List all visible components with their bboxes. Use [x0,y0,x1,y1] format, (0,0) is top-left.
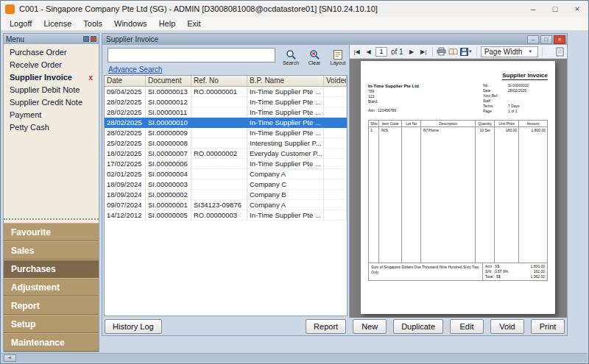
doc-column-header: Quantity [475,121,495,127]
column-header[interactable]: B.P. Name [247,76,324,87]
table-row[interactable]: 09/07/2024 SI.00000001 SI34123-09876 Com… [105,200,347,210]
table-row[interactable]: 28/02/2025 SI.00000009 In-Time Supplier … [105,128,347,138]
column-header[interactable]: Voided [324,76,347,87]
menubar-item[interactable]: Help [153,19,182,28]
sidebar-item[interactable]: Payment x [4,109,99,121]
close-tab-marker[interactable]: x [88,71,93,84]
cell-voided [324,149,347,159]
collapse-button[interactable]: « [4,354,16,362]
accordion-section[interactable]: Purchases [4,260,99,278]
action-button[interactable]: Print [531,319,565,334]
doc-cell: 1,800.00 [519,127,548,263]
action-button[interactable]: Edit [450,319,484,334]
sidebar-item[interactable]: Supplier Credit Note x [4,96,99,109]
sidebar-item[interactable]: Petty Cash x [4,121,99,134]
panel-minimize-icon[interactable]: – [527,35,539,44]
cell-date: 28/02/2025 [105,97,146,107]
column-header[interactable]: Date [105,76,146,87]
pin-icon[interactable] [83,36,89,42]
accordion-section[interactable]: Adjustment [4,278,99,296]
page-number-input[interactable] [375,47,387,57]
advance-search-link[interactable]: Advance Search [108,65,162,74]
cell-date: 25/02/2025 [105,138,146,149]
toolbar-separator [432,47,433,57]
table-row[interactable]: 17/02/2025 SI.00000006 In-Time Supplier … [105,159,347,169]
sidebar-item[interactable]: Supplier Invoice x [4,71,99,84]
table-row[interactable]: 28/02/2025 SI.00000011 In-Time Supplier … [105,107,347,118]
preview-page: Supplier Invoice In-Time Supplier Pte Lt… [361,61,555,314]
next-page-icon[interactable]: ▶ [407,46,417,57]
menubar-item[interactable]: Logoff [4,19,38,28]
maximize-icon[interactable]: □ [544,1,566,17]
table-row[interactable]: 09/04/2025 SI.00000013 RO.00000001 In-Ti… [105,87,347,97]
panel-close-icon[interactable] [91,36,96,42]
first-page-icon[interactable]: |◀ [352,46,361,57]
zoom-mode-value: Page Width [484,48,523,56]
table-row[interactable]: 25/02/2025 SI.00000008 Interesting Suppl… [105,138,347,149]
accordion-section[interactable]: Report [4,296,99,315]
search-button[interactable]: Search [280,46,302,68]
menubar-item[interactable]: Tools [77,19,108,28]
preview-pane: |◀ ◀ of 1 ▶ ▶| [350,45,567,318]
column-header[interactable]: Ref. No [191,76,247,87]
history-log-button[interactable]: History Log [105,319,162,334]
accordion-section[interactable]: Favourite [4,223,99,241]
doc-cell: 10 Set [475,127,495,263]
cell-date: 18/09/2024 [105,179,146,190]
minimize-icon[interactable]: – [522,1,544,17]
clear-button[interactable]: Clear [303,46,325,68]
table-row[interactable]: 28/02/2025 SI.00000012 In-Time Supplier … [105,97,347,107]
action-buttons: ReportNewDuplicateEditVoidPrint [306,319,565,334]
cell-voided [324,138,347,149]
prev-page-icon[interactable]: ◀ [364,46,373,57]
cell-bp-name: In-Time Supplier Pte ... [247,159,324,169]
zoom-mode-select[interactable]: Page Width ▼ [481,46,538,57]
action-button[interactable]: Report [306,319,346,334]
accordion-section[interactable]: Maintenance [4,333,99,351]
sidebar-item[interactable]: Purchase Order x [4,46,99,59]
menubar-item[interactable]: Windows [108,19,153,28]
sidebar-item-label: Supplier Credit Note [10,98,82,107]
cell-bp-name: Company C [247,179,324,190]
doc-meta-label: Page : [483,109,508,114]
action-button[interactable]: New [353,319,387,334]
action-button[interactable]: Void [490,319,524,334]
accordion-section[interactable]: Setup [4,315,99,333]
read-mode-button[interactable] [448,46,458,57]
cell-document: SI.00000007 [146,149,191,159]
cell-date: 28/02/2025 [105,128,146,138]
menubar-item[interactable]: License [38,19,77,28]
doc-column-header: SNo [369,121,379,127]
cell-ref-no [191,190,247,200]
cell-bp-name: Everyday Customer P... [247,149,324,159]
sidebar-item[interactable]: Supplier Debit Note x [4,84,99,96]
doc-meta-line: Staff : [483,99,548,104]
close-icon[interactable]: × [566,1,588,17]
panel-restore-icon[interactable]: □ [540,35,552,44]
panel-close-icon[interactable]: × [554,35,565,44]
accordion-section[interactable]: Sales [4,241,99,260]
cell-document: SI.00000004 [146,169,191,179]
table-row[interactable]: 02/01/2025 SI.00000004 Company A [105,169,347,179]
doc-meta-label: Staff : [483,99,508,104]
export-button[interactable]: ▼ [460,46,473,57]
table-row[interactable]: 14/12/2012 SI.00000005 RO.00000003 In-Ti… [105,210,347,221]
table-row[interactable]: 18/02/2025 SI.00000007 RO.00000002 Every… [105,149,347,159]
cell-document: SI.00000010 [146,118,191,128]
doc-meta-value [508,99,548,104]
cell-ref-no [191,107,247,118]
print-preview-icon[interactable] [437,46,446,57]
table-row[interactable]: 28/02/2025 SI.00000010 In-Time Supplier … [105,118,347,128]
last-page-icon[interactable]: ▶| [419,46,428,57]
layout-button[interactable]: Layout [327,46,349,68]
search-input[interactable] [107,48,275,63]
table-row[interactable]: 18/09/2024 SI.00000002 Company B [105,190,347,200]
clear-search-icon [309,49,320,60]
doc-address-line: Blah1 [368,99,419,104]
action-button[interactable]: Duplicate [393,319,443,334]
table-row[interactable]: 18/09/2024 SI.00000003 Company C [105,179,347,190]
sidebar-item[interactable]: Receive Order x [4,59,99,71]
column-header[interactable]: Document [146,76,191,87]
page-setup-button[interactable] [555,46,565,57]
menubar-item[interactable]: Exit [181,19,206,28]
